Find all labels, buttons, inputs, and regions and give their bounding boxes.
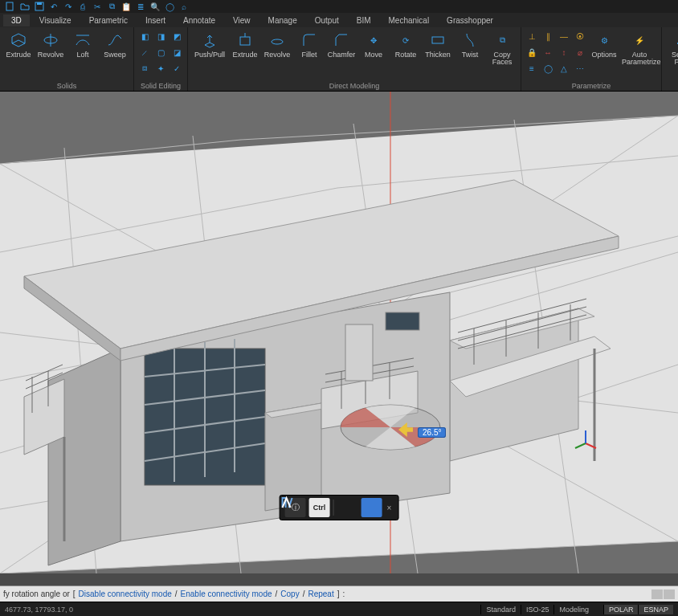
constraint-8-icon[interactable]: ⌀ <box>573 45 587 59</box>
cmd-opt-disable[interactable]: Disable connectivity mode <box>79 589 172 598</box>
status-bar: 4677.73, 17793.17, 0 Standard ISO-25 Mod… <box>0 602 678 616</box>
pushpull-icon <box>200 31 219 50</box>
tab-annotate[interactable]: Annotate <box>175 14 223 27</box>
tab-manage[interactable]: Manage <box>260 14 305 27</box>
rotate-button[interactable]: ⟳Rotate <box>390 29 421 59</box>
tab-3d[interactable]: 3D <box>3 14 30 27</box>
constraint-5-icon[interactable]: 🔒 <box>525 45 539 59</box>
qat-paste-icon[interactable]: 📋 <box>120 1 132 12</box>
mini-imprint-icon[interactable]: ◪ <box>170 45 184 59</box>
mini-subtract-icon[interactable]: ◨ <box>153 29 168 43</box>
mini-check-icon[interactable]: ✓ <box>170 61 184 75</box>
mini-intersect-icon[interactable]: ◩ <box>170 29 184 43</box>
qat-open-icon[interactable] <box>19 1 31 12</box>
tab-output[interactable]: Output <box>307 14 347 27</box>
float-rotate-button[interactable] <box>361 498 382 517</box>
qat-save-icon[interactable] <box>34 1 45 12</box>
command-line[interactable]: fy rotation angle or [ Disable connectiv… <box>0 585 678 602</box>
pushpull-button[interactable]: Push/Pull <box>191 29 228 59</box>
chamfer-button[interactable]: Chamfer <box>326 29 357 59</box>
ribbon-group-sections: Section Plane ▦ ▤ ▥ Sections <box>662 27 678 91</box>
mini-slice-icon[interactable]: ⟋ <box>137 45 152 59</box>
status-esnap[interactable]: ESNAP <box>638 605 673 614</box>
copyfaces-button[interactable]: ⧉Copy Faces <box>487 29 517 66</box>
autoparam-button[interactable]: ⚡Auto Parametrize <box>621 29 658 66</box>
dm-extrude-button[interactable]: Extrude <box>230 29 260 59</box>
constraint-1-icon[interactable]: ⊥ <box>525 29 539 43</box>
svg-rect-2 <box>37 2 42 5</box>
qat-new-icon[interactable] <box>5 1 16 12</box>
qat-orbit-icon[interactable]: ◯ <box>164 1 175 12</box>
mini-shell-icon[interactable]: ▢ <box>153 45 168 59</box>
cmd-opt-repeat[interactable]: Repeat <box>308 589 333 598</box>
constraint-9-icon[interactable]: ≡ <box>525 61 539 75</box>
qat-layers-icon[interactable]: ≣ <box>135 1 146 12</box>
viewport-3d[interactable]: 26.5° ⓘ Ctrl × <box>0 92 678 573</box>
sweep-button[interactable]: Sweep <box>100 29 130 59</box>
qat-cut-icon[interactable]: ✂ <box>92 1 103 12</box>
cmd-prefix: fy rotation angle or <box>3 589 70 598</box>
qat-search-icon[interactable]: ⌕ <box>178 1 190 12</box>
mini-clean-icon[interactable]: ✦ <box>153 61 168 75</box>
constraint-2-icon[interactable]: ∥ <box>541 29 555 43</box>
twist-icon <box>460 31 480 50</box>
group-label-solids: Solids <box>3 81 130 91</box>
ribbon-tabs: 3D Visualize Parametric Insert Annotate … <box>0 13 678 27</box>
tab-bim[interactable]: BIM <box>349 14 379 27</box>
thicken-button[interactable]: Thicken <box>423 29 453 59</box>
mini-separate-icon[interactable]: ⧈ <box>137 61 152 75</box>
dm-extrude-icon <box>235 31 255 50</box>
constraint-4-icon[interactable]: ⦿ <box>573 29 587 43</box>
mini-union-icon[interactable]: ◧ <box>137 29 152 43</box>
tab-view[interactable]: View <box>225 14 259 27</box>
qat-redo-icon[interactable]: ↷ <box>63 1 74 12</box>
constraint-6-icon[interactable]: ↔ <box>541 45 555 59</box>
status-standard[interactable]: Standard <box>480 605 521 614</box>
float-align-button[interactable] <box>337 498 358 517</box>
cmd-scroll[interactable] <box>651 589 675 599</box>
qat-zoom-icon[interactable]: 🔍 <box>149 1 161 12</box>
move-button[interactable]: ✥Move <box>358 29 389 59</box>
tab-insert[interactable]: Insert <box>137 14 174 27</box>
cmd-opt-copy[interactable]: Copy <box>280 589 299 598</box>
loft-button[interactable]: Loft <box>67 29 98 59</box>
quick-access-toolbar: ↶ ↷ ⎙ ✂ ⧉ 📋 ≣ 🔍 ◯ ⌕ <box>0 0 678 13</box>
status-iso[interactable]: ISO-25 <box>521 605 554 614</box>
constraint-10-icon[interactable]: ◯ <box>541 61 555 75</box>
parametrize-mini-grid: ⊥ ∥ — ⦿ 🔒 ↔ ↕ ⌀ ≡ ◯ △ ⋯ <box>525 29 587 75</box>
tab-parametric[interactable]: Parametric <box>81 14 136 27</box>
qat-copy-icon[interactable]: ⧉ <box>106 1 117 12</box>
status-coords: 4677.73, 17793.17, 0 <box>5 606 73 614</box>
float-close-button[interactable]: × <box>386 504 394 512</box>
rotate-icon: ⟳ <box>396 31 415 50</box>
ribbon-group-solid-editing: ◧ ◨ ◩ ⟋ ▢ ◪ ⧈ ✦ ✓ Solid Editing <box>134 27 188 91</box>
tab-visualize[interactable]: Visualize <box>31 14 80 27</box>
dm-revolve-button[interactable]: Revolve <box>262 29 292 59</box>
fillet-button[interactable]: Fillet <box>294 29 325 59</box>
qat-plot-icon[interactable]: ⎙ <box>77 1 88 12</box>
param-options-button[interactable]: ⚙Options <box>589 29 619 59</box>
sectionplane-button[interactable]: Section Plane <box>665 29 678 66</box>
svg-line-51 <box>586 443 596 448</box>
group-label-parametrize: Parametrize <box>525 81 658 91</box>
status-polar[interactable]: POLAR <box>603 605 639 614</box>
floating-toolbar[interactable]: ⓘ Ctrl × <box>280 495 399 520</box>
float-ctrl-button[interactable]: Ctrl <box>309 498 330 517</box>
revolve-button[interactable]: Revolve <box>35 29 66 59</box>
qat-undo-icon[interactable]: ↶ <box>48 1 59 12</box>
extrude-button[interactable]: Extrude <box>3 29 34 59</box>
loft-icon <box>73 31 92 50</box>
cmd-opt-enable[interactable]: Enable connectivity mode <box>181 589 272 598</box>
tab-grasshopper[interactable]: Grasshopper <box>439 14 501 27</box>
twist-button[interactable]: Twist <box>455 29 485 59</box>
constraint-12-icon[interactable]: ⋯ <box>573 61 587 75</box>
extrude-icon <box>9 31 28 50</box>
ucs-gizmo[interactable] <box>574 429 598 453</box>
constraint-3-icon[interactable]: — <box>557 29 571 43</box>
move-icon: ✥ <box>364 31 383 50</box>
tab-mechanical[interactable]: Mechanical <box>381 14 438 27</box>
status-mode[interactable]: Modeling <box>553 605 594 614</box>
ribbon-group-solids: Extrude Revolve Loft Sweep Solids <box>0 27 134 91</box>
constraint-11-icon[interactable]: △ <box>557 61 571 75</box>
constraint-7-icon[interactable]: ↕ <box>557 45 571 59</box>
